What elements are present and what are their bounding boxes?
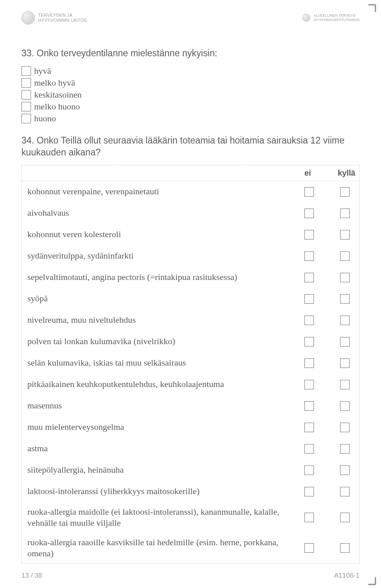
checkbox-ei[interactable]	[304, 294, 314, 304]
checkbox-ei[interactable]	[304, 187, 314, 197]
q33-option: melko hyvä	[21, 78, 360, 88]
checkbox-ei[interactable]	[304, 423, 314, 432]
option-label: huono	[34, 113, 56, 124]
page-header: TERVEYDEN JA HYVYVOINNIN LAITOS ALUEELLI…	[21, 11, 360, 25]
condition-label: masennus	[27, 400, 62, 412]
checkbox-ei[interactable]	[304, 465, 314, 475]
table-row: sydänveritulppa, sydäninfarkti	[22, 245, 359, 267]
table-row: masennus	[22, 395, 359, 417]
condition-label: ruoka-allergia maidolle (ei laktoosi-int…	[27, 506, 281, 529]
checkbox[interactable]	[21, 90, 31, 100]
q33-option: keskitasoinen	[21, 90, 360, 100]
checkbox-kylla[interactable]	[340, 337, 350, 347]
q33-option: melko huono	[21, 102, 360, 112]
checkbox-ei[interactable]	[304, 444, 314, 454]
checkbox-ei[interactable]	[304, 513, 314, 522]
table-row: syöpä	[22, 288, 359, 310]
table-row: laktoosi-intoleranssi (yliherkkyys maito…	[22, 481, 359, 502]
checkbox-kylla[interactable]	[340, 444, 350, 454]
option-label: keskitasoinen	[34, 90, 82, 100]
checkbox-kylla[interactable]	[340, 273, 350, 282]
checkbox[interactable]	[21, 114, 31, 123]
logo-text-right: ALUEELLINEN TERVEYS- JA HYVINVOINTITUTKI…	[314, 13, 360, 22]
q34-table: ei kyllä kohonnut verenpaine, verenpaine…	[21, 165, 360, 564]
checkbox-ei[interactable]	[304, 487, 314, 496]
q34-title: 34. Onko Teillä ollut seuraavia lääkärin…	[21, 135, 360, 159]
table-row: aivohalvaus	[22, 203, 359, 224]
condition-label: laktoosi-intoleranssi (yliherkkyys maito…	[27, 486, 200, 497]
checkbox-kylla[interactable]	[340, 487, 350, 496]
q33-option: hyvä	[21, 66, 360, 76]
checkbox-kylla[interactable]	[340, 465, 350, 475]
table-row: nivelreuma, muu niveltulehdus	[22, 310, 359, 331]
condition-label: polven tai lonkan kulumavika (nivelrikko…	[27, 336, 175, 347]
checkbox[interactable]	[21, 78, 31, 88]
checkbox-kylla[interactable]	[340, 401, 350, 411]
condition-label: kohonnut verenpaine, verenpainetauti	[27, 186, 159, 197]
checkbox-kylla[interactable]	[340, 423, 350, 432]
checkbox-kylla[interactable]	[340, 380, 350, 389]
table-row: astma	[22, 438, 359, 460]
table-row: polven tai lonkan kulumavika (nivelrikko…	[22, 331, 359, 352]
condition-label: nivelreuma, muu niveltulehdus	[27, 314, 136, 326]
table-row: siitepölyallergia, heinänuha	[22, 460, 359, 481]
checkbox-ei[interactable]	[304, 380, 314, 389]
q33-option: huono	[21, 113, 360, 124]
table-row: kohonnut veren kolesteroli	[22, 224, 359, 245]
table-row: pitkäaikainen keuhkoputkentulehdus, keuh…	[22, 374, 359, 395]
condition-label: sepelvaltimotauti, angina pectoris (=rin…	[27, 272, 237, 283]
table-row: ruoka-allergia raaoille kasviksille tai …	[22, 533, 359, 563]
checkbox-ei[interactable]	[304, 358, 314, 368]
checkbox-kylla[interactable]	[340, 230, 350, 239]
logo-icon	[21, 11, 35, 25]
condition-label: selän kulumavika, iskias tai muu selkäsa…	[27, 357, 186, 369]
checkbox-kylla[interactable]	[340, 251, 350, 261]
condition-label: sydänveritulppa, sydäninfarkti	[27, 250, 134, 262]
crop-mark-icon	[368, 577, 378, 588]
logo-small-icon	[302, 14, 310, 22]
option-label: melko huono	[34, 102, 80, 112]
checkbox-ei[interactable]	[304, 543, 314, 553]
condition-label: astma	[27, 443, 48, 454]
table-row: sepelvaltimotauti, angina pectoris (=rin…	[22, 267, 359, 288]
page-footer: 13 / 38 A1106-1	[21, 572, 360, 580]
checkbox-ei[interactable]	[304, 337, 314, 347]
checkbox-ei[interactable]	[304, 401, 314, 411]
checkbox-ei[interactable]	[304, 316, 314, 325]
condition-label: siitepölyallergia, heinänuha	[27, 464, 124, 476]
checkbox[interactable]	[21, 66, 31, 76]
condition-label: muu mielenterveysongelma	[27, 421, 124, 433]
page-number: 13 / 38	[21, 572, 42, 580]
logo-text-left: TERVEYDEN JA HYVYVOINNIN LAITOS	[38, 13, 87, 23]
column-header-ei: ei	[304, 169, 311, 178]
header-logo-left: TERVEYDEN JA HYVYVOINNIN LAITOS	[21, 11, 87, 25]
checkbox-kylla[interactable]	[340, 209, 350, 218]
question-34: 34. Onko Teillä ollut seuraavia lääkärin…	[21, 135, 360, 564]
column-header-kylla: kyllä	[338, 169, 355, 178]
logo-line1: TERVEYDEN JA	[38, 13, 87, 18]
checkbox-kylla[interactable]	[340, 316, 350, 325]
checkbox-kylla[interactable]	[340, 358, 350, 368]
header-logo-right: ALUEELLINEN TERVEYS- JA HYVINVOINTITUTKI…	[302, 13, 360, 22]
logo-line2: HYVYVOINNIN LAITOS	[38, 18, 87, 23]
checkbox[interactable]	[21, 102, 31, 111]
option-label: melko hyvä	[34, 78, 75, 88]
logo-r-line2: JA HYVINVOINTITUTKIMUS	[314, 18, 360, 22]
condition-label: aivohalvaus	[27, 207, 69, 219]
checkbox-kylla[interactable]	[340, 187, 350, 197]
checkbox-kylla[interactable]	[340, 294, 350, 304]
checkbox-kylla[interactable]	[340, 513, 350, 522]
checkbox-ei[interactable]	[304, 209, 314, 218]
checkbox-ei[interactable]	[304, 230, 314, 239]
q33-title: 33. Onko terveydentilanne mielestänne ny…	[21, 48, 360, 59]
condition-label: ruoka-allergia raaoille kasviksille tai …	[27, 537, 281, 559]
table-row: kohonnut verenpaine, verenpainetauti	[22, 181, 359, 203]
option-label: hyvä	[34, 66, 51, 76]
question-33: 33. Onko terveydentilanne mielestänne ny…	[21, 48, 360, 124]
condition-label: syöpä	[27, 293, 48, 305]
table-row: selän kulumavika, iskias tai muu selkäsa…	[22, 352, 359, 374]
checkbox-ei[interactable]	[304, 251, 314, 261]
q33-options: hyvämelko hyväkeskitasoinenmelko huonohu…	[21, 66, 360, 124]
checkbox-kylla[interactable]	[340, 543, 350, 553]
checkbox-ei[interactable]	[304, 273, 314, 282]
